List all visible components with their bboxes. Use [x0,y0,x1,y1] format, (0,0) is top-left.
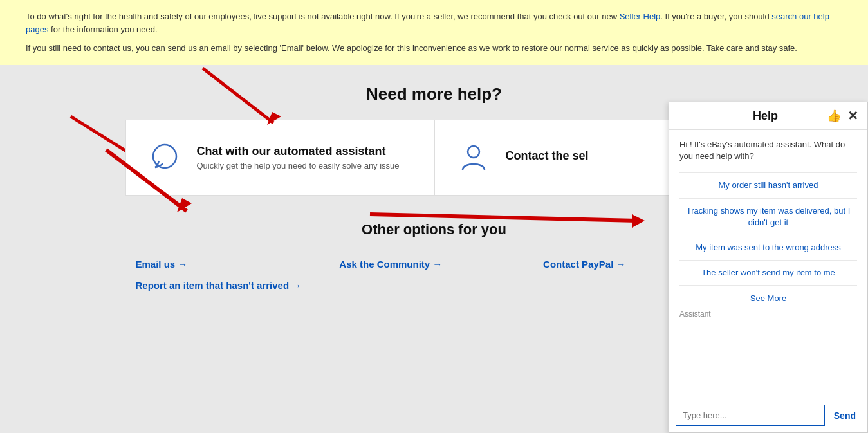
person-icon [454,138,493,177]
contact-card-title: Contact the sel [506,149,589,163]
options-grid: Email us → Ask the Community → Contact P… [125,253,743,296]
chat-card-text: Chat with our automated assistant Quickl… [197,145,400,170]
help-link-seller-wont-send[interactable]: The seller won't send my item to me [679,261,857,286]
send-button[interactable]: Send [829,407,861,425]
help-link-tracking-delivered[interactable]: Tracking shows my item was delivered, bu… [679,199,857,235]
help-link-order-not-arrived[interactable]: My order still hasn't arrived [679,172,857,198]
svg-point-6 [468,146,479,158]
svg-point-5 [153,145,176,168]
assistant-label: Assistant [679,306,857,321]
help-panel-header: Help 👍 ✕ [669,102,867,130]
help-panel-title: Help [704,109,827,123]
notice-banner: To do what's right for the health and sa… [0,0,868,65]
contact-card-text: Contact the sel [506,149,589,165]
email-us-link[interactable]: Email us → [125,253,329,275]
help-header-icons: 👍 ✕ [827,109,858,123]
help-panel-body: Hi ! It's eBay's automated assistant. Wh… [669,130,867,398]
close-button[interactable]: ✕ [847,109,858,122]
thumbs-icon[interactable]: 👍 [827,109,841,123]
ask-community-link[interactable]: Ask the Community → [329,253,533,275]
need-help-title: Need more help? [26,84,842,104]
see-more-link[interactable]: See More [679,286,857,306]
banner-line2: If you still need to contact us, you can… [26,42,842,55]
chat-assistant-card[interactable]: Chat with our automated assistant Quickl… [125,120,434,196]
report-item-link[interactable]: Report an item that hasn't arrived → [125,275,373,296]
chat-card-title: Chat with our automated assistant [197,145,400,158]
chat-icon [145,138,184,177]
banner-line1: To do what's right for the health and sa… [26,10,842,35]
help-chat-input[interactable] [676,405,825,426]
help-link-wrong-address[interactable]: My item was sent to the wrong address [679,235,857,261]
help-panel-footer: Send [669,398,867,432]
help-cards-row: Chat with our automated assistant Quickl… [125,120,743,196]
seller-help-link[interactable]: Seller Help [620,12,661,21]
chat-card-subtitle: Quickly get the help you need to easily … [197,161,400,170]
help-greeting: Hi ! It's eBay's automated assistant. Wh… [679,139,857,162]
help-panel: Help 👍 ✕ Hi ! It's eBay's automated assi… [669,102,868,433]
